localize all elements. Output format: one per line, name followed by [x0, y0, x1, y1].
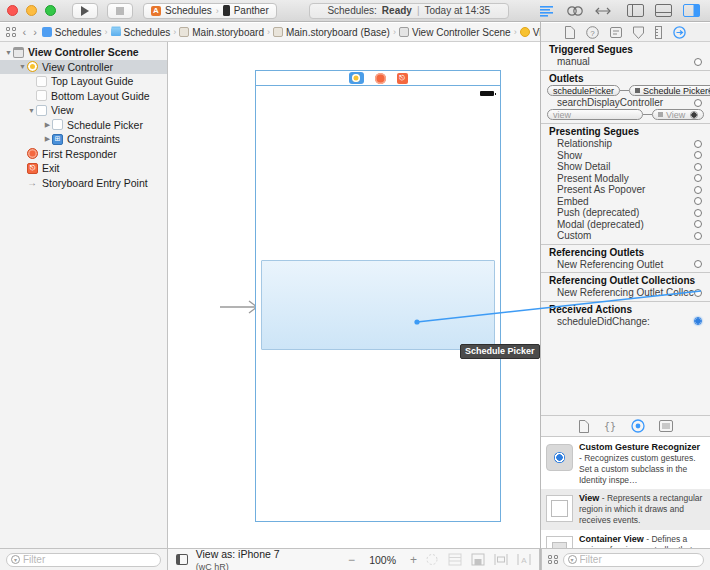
breadcrumb-storyboard[interactable]: Main.storyboard	[179, 27, 264, 38]
pin-constraints-icon[interactable]: A	[517, 553, 531, 566]
standard-editor-button[interactable]	[538, 4, 556, 18]
outline-row-scene[interactable]: ▼ View Controller Scene	[0, 45, 167, 60]
file-inspector-tab-icon[interactable]	[565, 26, 575, 39]
inspector-panel-divider[interactable]	[540, 22, 541, 570]
connection-well[interactable]	[694, 151, 702, 159]
device-configuration-icon[interactable]	[176, 554, 188, 565]
breadcrumb-group[interactable]: Schedules	[111, 27, 171, 38]
view-controller-dock-icon[interactable]	[349, 72, 364, 84]
quick-help-inspector-tab-icon[interactable]: ?	[586, 26, 599, 39]
library-filter-input[interactable]	[580, 554, 700, 565]
outline-row-view[interactable]: ▼ View	[0, 103, 167, 118]
identity-inspector-tab-icon[interactable]	[610, 26, 622, 39]
library-item-container-view[interactable]: Container View - Defines a region of a v…	[541, 530, 710, 548]
outline-filter-field[interactable]: ▾	[6, 553, 161, 567]
breadcrumb-separator: ›	[173, 27, 176, 37]
library-filter-field[interactable]: ▾	[563, 553, 705, 567]
connections-inspector-tab-icon[interactable]	[673, 26, 687, 39]
schedule-picker-view[interactable]	[261, 260, 495, 350]
object-library-tab-icon[interactable]	[631, 419, 645, 433]
outline-row-first-responder[interactable]: First Responder	[0, 147, 167, 162]
outlet-target-pill[interactable]: View	[652, 109, 704, 120]
library-grid-view-toggle[interactable]	[548, 555, 558, 565]
connection-well-connected[interactable]	[690, 111, 698, 119]
jump-bar: ‹ › Schedules › Schedules › Main.storybo…	[0, 23, 540, 42]
embed-in-stack-icon[interactable]	[448, 553, 462, 566]
outline-filter-input[interactable]	[23, 554, 156, 565]
assistant-editor-button[interactable]	[566, 4, 584, 18]
disclosure-triangle[interactable]: ▼	[4, 49, 13, 56]
zoom-level[interactable]: 100%	[369, 554, 396, 566]
disclosure-triangle[interactable]: ▶	[43, 121, 52, 129]
disclosure-triangle[interactable]: ▼	[27, 107, 36, 114]
outline-row-exit[interactable]: ⎋ Exit	[0, 161, 167, 176]
library-item-view[interactable]: View - Represents a rectangular region i…	[541, 489, 710, 530]
connection-well[interactable]	[694, 260, 702, 268]
connection-well[interactable]	[694, 99, 702, 107]
window-zoom-button[interactable]	[45, 5, 56, 16]
received-action-row: scheduleDidChange:	[541, 316, 710, 328]
connection-well[interactable]	[694, 289, 702, 297]
connection-well[interactable]	[694, 220, 702, 228]
scene-dock: ⎋	[256, 71, 500, 86]
connections-inspector: Triggered Segues manual Outlets schedule…	[541, 42, 710, 415]
toggle-inspector-button[interactable]	[682, 4, 700, 18]
version-editor-button[interactable]	[594, 4, 612, 18]
storyboard-canvas[interactable]: ⎋	[168, 42, 540, 548]
outline-row-entry-point[interactable]: → Storyboard Entry Point	[0, 176, 167, 191]
storyboard-entry-point-arrow[interactable]	[220, 300, 260, 314]
outline-row-constraints[interactable]: ▶ ⊞ Constraints	[0, 132, 167, 147]
connection-well-dragging[interactable]	[694, 317, 702, 325]
outline-label: View	[51, 104, 74, 116]
outline-row-top-layout-guide[interactable]: Top Layout Guide	[0, 74, 167, 89]
connection-well[interactable]	[694, 163, 702, 171]
connection-well[interactable]	[694, 58, 702, 66]
view-object-icon	[546, 495, 573, 522]
code-snippet-library-tab-icon[interactable]: {}	[603, 420, 617, 433]
back-button[interactable]: ‹	[21, 26, 29, 38]
file-template-library-tab-icon[interactable]	[579, 420, 589, 433]
size-inspector-tab-icon[interactable]	[655, 26, 662, 39]
segue-row: Present As Popover	[541, 184, 710, 196]
zoom-in-button[interactable]: +	[410, 553, 417, 567]
embed-in-view-icon[interactable]	[471, 553, 485, 566]
connection-well[interactable]	[694, 197, 702, 205]
view-as-control[interactable]: View as: iPhone 7 (wC hR)	[196, 548, 296, 570]
disclosure-triangle[interactable]: ▼	[18, 63, 27, 70]
window-close-button[interactable]	[7, 5, 18, 16]
library-item-custom-gesture-recognizer[interactable]: Custom Gesture Recognizer - Recognizes c…	[541, 438, 710, 489]
first-responder-dock-icon[interactable]	[375, 73, 386, 84]
run-button[interactable]	[72, 3, 98, 19]
outline-row-bottom-layout-guide[interactable]: Bottom Layout Guide	[0, 89, 167, 104]
outlet-pill[interactable]: schedulePicker	[547, 85, 620, 96]
window-minimize-button[interactable]	[26, 5, 37, 16]
forward-button[interactable]: ›	[31, 26, 39, 38]
exit-dock-icon[interactable]: ⎋	[397, 73, 408, 84]
connection-well[interactable]	[694, 232, 702, 240]
breadcrumb-storyboard-base[interactable]: Main.storyboard (Base)	[273, 27, 390, 38]
zoom-out-button[interactable]: −	[348, 553, 355, 567]
scheme-selector[interactable]: A Schedules › Panther	[143, 3, 277, 19]
attributes-inspector-tab-icon[interactable]	[633, 26, 644, 39]
toggle-navigator-button[interactable]	[626, 4, 644, 18]
disclosure-triangle[interactable]: ▶	[43, 135, 52, 143]
outline-label: View Controller	[42, 61, 113, 73]
media-library-tab-icon[interactable]	[659, 420, 673, 432]
outline-row-view-controller[interactable]: ▼ View Controller	[0, 60, 167, 75]
document-outline-toggle[interactable]	[6, 27, 16, 37]
size-class-traits: (wC hR)	[196, 562, 229, 570]
connection-well[interactable]	[694, 140, 702, 148]
breadcrumb-project[interactable]: Schedules	[42, 27, 102, 38]
outline-row-schedule-picker[interactable]: ▶ Schedule Picker	[0, 118, 167, 133]
toggle-debug-area-button[interactable]	[654, 4, 672, 18]
breadcrumb-scene[interactable]: View Controller Scene	[399, 27, 511, 38]
connection-well[interactable]	[694, 186, 702, 194]
align-constraints-icon[interactable]	[494, 553, 508, 566]
update-frames-icon[interactable]	[425, 553, 439, 566]
connection-well[interactable]	[694, 174, 702, 182]
outlet-pill[interactable]: view	[547, 109, 643, 120]
status-time: Today at 14:35	[424, 5, 490, 16]
stop-button[interactable]	[107, 3, 133, 19]
connection-well[interactable]	[694, 209, 702, 217]
outlet-target-pill[interactable]: Schedule Picker	[629, 85, 710, 96]
